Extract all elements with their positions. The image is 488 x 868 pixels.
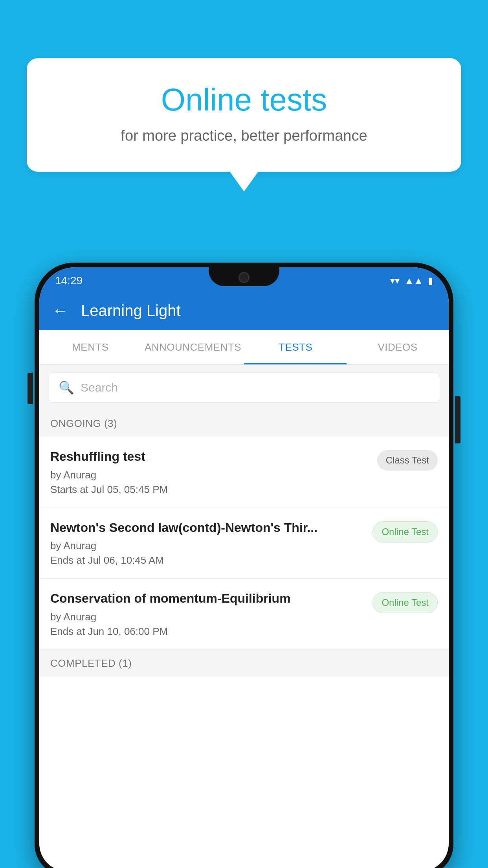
test-name: Conservation of momentum-Equilibrium bbox=[50, 590, 365, 607]
tab-tests[interactable]: TESTS bbox=[244, 330, 347, 364]
test-item[interactable]: Reshuffling test by Anurag Starts at Jul… bbox=[39, 437, 449, 508]
signal-icon: ▲▲ bbox=[404, 275, 423, 286]
phone-volume-button bbox=[28, 373, 33, 404]
speech-bubble-subtitle: for more practice, better performance bbox=[58, 127, 430, 144]
test-date: Ends at Jun 10, 06:00 PM bbox=[50, 625, 365, 638]
tabs-container: MENTS ANNOUNCEMENTS TESTS VIDEOS bbox=[39, 330, 449, 365]
phone-notch bbox=[209, 267, 279, 286]
test-info: Newton's Second law(contd)-Newton's Thir… bbox=[50, 520, 365, 567]
completed-section-header: COMPLETED (1) bbox=[39, 650, 449, 677]
phone-screen: 14:29 ▾▾ ▲▲ ▮ ← Learning Light MENTS ANN… bbox=[39, 267, 449, 868]
app-header: ← Learning Light bbox=[39, 291, 449, 330]
tab-announcements[interactable]: ANNOUNCEMENTS bbox=[141, 330, 244, 364]
tab-assignments[interactable]: MENTS bbox=[39, 330, 141, 364]
test-badge-online: Online Test bbox=[372, 521, 438, 542]
phone-frame: 14:29 ▾▾ ▲▲ ▮ ← Learning Light MENTS ANN… bbox=[35, 263, 453, 868]
test-author: by Anurag bbox=[50, 469, 369, 481]
test-name: Newton's Second law(contd)-Newton's Thir… bbox=[50, 520, 365, 536]
search-bar[interactable]: 🔍 Search bbox=[49, 373, 439, 403]
status-time: 14:29 bbox=[55, 274, 83, 287]
completed-section-title: COMPLETED (1) bbox=[50, 657, 132, 669]
battery-icon: ▮ bbox=[428, 275, 433, 286]
status-icons: ▾▾ ▲▲ ▮ bbox=[390, 275, 433, 286]
test-info: Reshuffling test by Anurag Starts at Jul… bbox=[50, 449, 369, 496]
wifi-icon: ▾▾ bbox=[390, 275, 400, 286]
test-name: Reshuffling test bbox=[50, 449, 369, 465]
app-title: Learning Light bbox=[81, 302, 181, 320]
speech-bubble: Online tests for more practice, better p… bbox=[27, 58, 461, 172]
speech-bubble-container: Online tests for more practice, better p… bbox=[27, 58, 461, 191]
test-item[interactable]: Conservation of momentum-Equilibrium by … bbox=[39, 579, 449, 650]
speech-bubble-title: Online tests bbox=[58, 82, 430, 118]
test-info: Conservation of momentum-Equilibrium by … bbox=[50, 590, 365, 638]
search-input-placeholder: Search bbox=[81, 381, 118, 394]
test-badge-class: Class Test bbox=[377, 450, 438, 471]
test-badge-online-2: Online Test bbox=[372, 592, 438, 613]
ongoing-section-header: ONGOING (3) bbox=[39, 410, 449, 437]
test-author: by Anurag bbox=[50, 611, 365, 623]
test-item[interactable]: Newton's Second law(contd)-Newton's Thir… bbox=[39, 508, 449, 579]
phone-camera bbox=[238, 272, 250, 283]
test-date: Ends at Jul 06, 10:45 AM bbox=[50, 554, 365, 566]
back-button[interactable]: ← bbox=[52, 301, 68, 320]
tests-list: Reshuffling test by Anurag Starts at Jul… bbox=[39, 437, 449, 650]
speech-bubble-tail bbox=[230, 172, 258, 191]
ongoing-section-title: ONGOING (3) bbox=[50, 417, 117, 429]
test-date: Starts at Jul 05, 05:45 PM bbox=[50, 484, 369, 496]
phone-power-button bbox=[455, 396, 460, 443]
tab-videos[interactable]: VIDEOS bbox=[347, 330, 449, 364]
search-icon: 🔍 bbox=[59, 380, 74, 395]
test-author: by Anurag bbox=[50, 540, 365, 552]
search-container: 🔍 Search bbox=[39, 365, 449, 410]
